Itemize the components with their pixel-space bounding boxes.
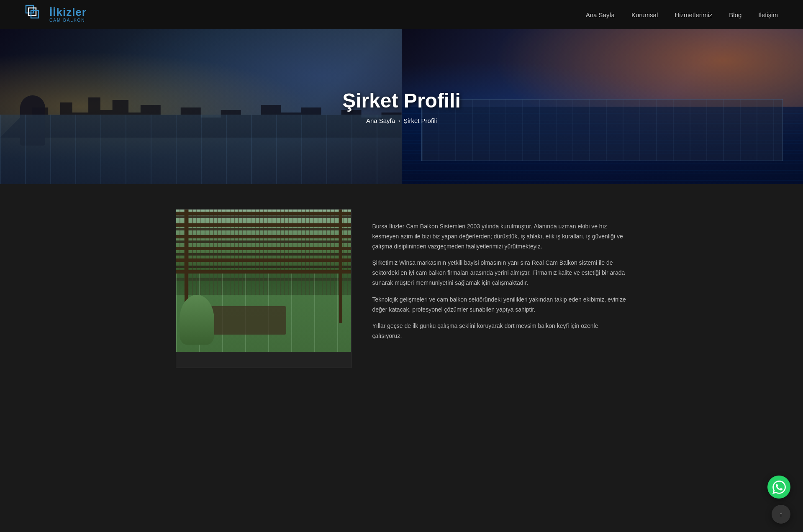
breadcrumb-chevron: › — [398, 118, 400, 124]
svg-rect-2 — [31, 10, 38, 18]
logo-brand-name: İİkizler — [49, 7, 87, 18]
breadcrumb: Ana Sayfa › Şirket Profili — [366, 117, 437, 124]
pergola-image — [176, 210, 351, 352]
svg-rect-0 — [26, 5, 33, 13]
main-content: Bursa İkizler Cam Balkon Sistemleri 2003… — [151, 209, 653, 368]
text-content: Bursa İkizler Cam Balkon Sistemleri 2003… — [372, 209, 628, 348]
nav-item-hizmetlerimiz[interactable]: Hizmetlerimiz — [675, 11, 712, 18]
logo-icon — [25, 5, 45, 25]
paragraph-3: Teknolojik gelişmeleri ve cam balkon sek… — [372, 295, 628, 315]
logo[interactable]: İİkizler CAM BALKON — [25, 5, 87, 25]
paragraph-1: Bursa İkizler Cam Balkon Sistemleri 2003… — [372, 222, 628, 251]
image-card — [176, 209, 351, 368]
nav-item-kurumsal[interactable]: Kurumsal — [631, 11, 658, 18]
nav-item-blog[interactable]: Blog — [729, 11, 741, 18]
nav-item-iletisim[interactable]: İletişim — [758, 11, 778, 18]
breadcrumb-home[interactable]: Ana Sayfa — [366, 117, 395, 124]
svg-rect-1 — [28, 8, 36, 15]
logo-subtitle: CAM BALKON — [49, 18, 87, 23]
hero-title: Şirket Profili — [342, 89, 461, 112]
hero-overlay: Şirket Profili Ana Sayfa › Şirket Profil… — [0, 29, 803, 184]
paragraph-2: Şirketimiz Winsa markasının yetkili bayi… — [372, 258, 628, 288]
main-header: İİkizler CAM BALKON Ana Sayfa Kurumsal H… — [0, 0, 803, 29]
hero-banner: Şirket Profili Ana Sayfa › Şirket Profil… — [0, 29, 803, 184]
breadcrumb-current: Şirket Profili — [403, 117, 437, 124]
main-nav: Ana Sayfa Kurumsal Hizmetlerimiz Blog İl… — [586, 11, 778, 18]
paragraph-4: Yıllar geçse de ilk günkü çalışma şeklin… — [372, 321, 628, 341]
nav-item-anasayfa[interactable]: Ana Sayfa — [586, 11, 615, 18]
